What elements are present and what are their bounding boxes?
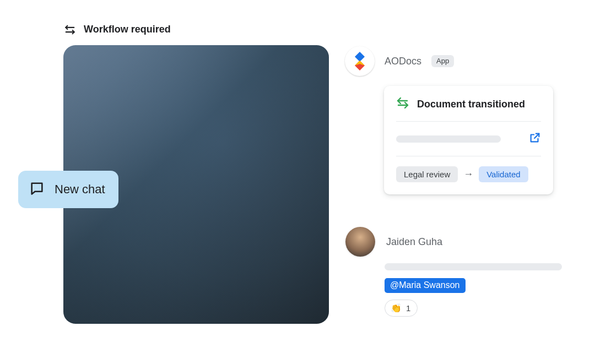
chat-icon bbox=[29, 181, 45, 198]
aodocs-header: AODocs App bbox=[345, 46, 454, 76]
message-block: @Maria Swanson bbox=[385, 263, 562, 293]
person-name: Jaiden Guha bbox=[386, 236, 442, 248]
workflow-header: Workflow required bbox=[64, 24, 171, 35]
skeleton-line bbox=[385, 263, 562, 270]
new-chat-button[interactable]: New chat bbox=[18, 171, 118, 208]
document-card: Document transitioned Legal review → Val… bbox=[384, 86, 553, 194]
avatar bbox=[345, 227, 375, 257]
document-card-title: Document transitioned bbox=[417, 99, 525, 110]
repeat-icon bbox=[64, 24, 76, 35]
mention-chip[interactable]: @Maria Swanson bbox=[385, 278, 466, 293]
tag-from: Legal review bbox=[396, 166, 458, 182]
reaction-count: 1 bbox=[406, 303, 410, 313]
skeleton-line bbox=[396, 135, 501, 143]
clap-icon: 👏 bbox=[391, 303, 402, 313]
tag-to: Validated bbox=[479, 166, 528, 182]
aodocs-name: AODocs bbox=[385, 56, 421, 67]
open-external-icon[interactable] bbox=[529, 132, 541, 146]
workflow-label: Workflow required bbox=[84, 24, 171, 35]
person-row: Jaiden Guha bbox=[345, 227, 442, 257]
aodocs-logo bbox=[345, 46, 375, 76]
reaction-chip[interactable]: 👏 1 bbox=[385, 300, 418, 317]
arrow-right-icon: → bbox=[463, 169, 473, 180]
transition-icon bbox=[396, 97, 409, 111]
svg-marker-0 bbox=[355, 52, 365, 62]
app-badge: App bbox=[431, 55, 454, 67]
new-chat-label: New chat bbox=[55, 182, 105, 197]
